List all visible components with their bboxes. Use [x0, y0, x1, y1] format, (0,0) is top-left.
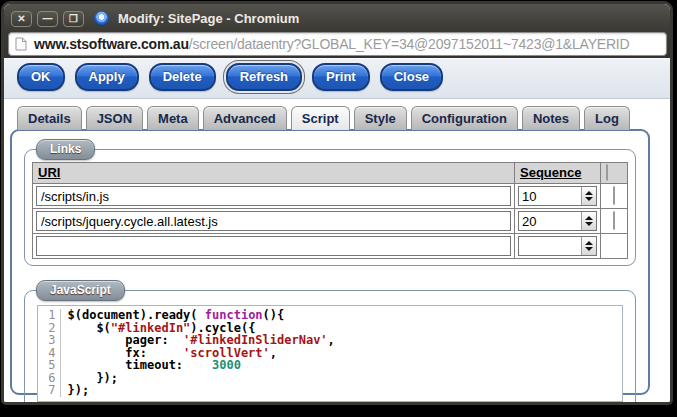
uri-input[interactable] [36, 211, 511, 231]
url-text: www.stsoftware.com.au/screen/dataentry?G… [34, 35, 629, 53]
javascript-legend: JavaScript [36, 280, 125, 301]
links-table-body [33, 184, 628, 259]
tab-style[interactable]: Style [354, 106, 407, 130]
url-host: www.stsoftware.com.au [34, 36, 189, 52]
uri-input[interactable] [36, 236, 511, 256]
code-editor[interactable]: 1$(document).ready( function(){2 $("#lin… [37, 305, 623, 402]
link-row-2 [33, 209, 628, 234]
code-line: 7}); [38, 384, 335, 397]
links-table: URI Sequence [32, 162, 628, 259]
code-text: }); [60, 372, 335, 385]
sequence-input[interactable] [519, 237, 581, 255]
window-title: Modify: SitePage - Chromium [118, 11, 299, 26]
links-legend: Links [36, 139, 95, 160]
close-window-icon[interactable]: ✕ [11, 11, 32, 27]
close-button[interactable]: Close [380, 63, 443, 91]
code-lines: 1$(document).ready( function(){2 $("#lin… [38, 309, 335, 397]
tab-script[interactable]: Script [291, 106, 350, 130]
javascript-fieldset: JavaScript 1$(document).ready( function(… [24, 290, 636, 405]
tab-json[interactable]: JSON [86, 106, 143, 130]
sequence-spinner [518, 236, 597, 256]
browser-chrome: ✕ — ❒ Modify: SitePage - Chromium www.st… [4, 4, 670, 58]
line-number: 3 [38, 334, 60, 347]
address-bar-row: www.stsoftware.com.au/screen/dataentry?G… [4, 31, 670, 58]
select-all-header-cell [601, 163, 628, 184]
url-path: /screen/dataentry?GLOBAL_KEY=34@20971520… [189, 36, 630, 52]
print-button[interactable]: Print [312, 63, 370, 91]
sequence-input[interactable] [519, 187, 581, 205]
sequence-input[interactable] [519, 212, 581, 230]
tab-log[interactable]: Log [584, 106, 630, 130]
uri-column-header: URI [33, 163, 515, 184]
refresh-button[interactable]: Refresh [226, 63, 302, 91]
chromium-icon [94, 11, 109, 26]
code-text: }); [60, 384, 335, 397]
browser-window: ✕ — ❒ Modify: SitePage - Chromium www.st… [1, 1, 673, 405]
page-content: DetailsJSONMetaAdvancedScriptStyleConfig… [4, 99, 670, 405]
link-row-1 [33, 184, 628, 209]
tab-advanced[interactable]: Advanced [203, 106, 287, 130]
spinner-arrows-icon[interactable] [581, 187, 596, 205]
sequence-column-header: Sequence [515, 163, 601, 184]
titlebar: ✕ — ❒ Modify: SitePage - Chromium [4, 4, 670, 31]
delete-button[interactable]: Delete [149, 63, 216, 91]
spinner-arrows-icon[interactable] [581, 237, 596, 255]
tab-meta[interactable]: Meta [147, 106, 199, 130]
tab-panel: Links URI Sequence [10, 129, 650, 395]
tab-details[interactable]: Details [17, 106, 82, 130]
line-number: 1 [38, 309, 60, 322]
apply-button[interactable]: Apply [75, 63, 139, 91]
action-toolbar: OKApplyDeleteRefreshPrintClose [4, 58, 670, 99]
link-row-3 [33, 234, 628, 259]
line-number: 7 [38, 384, 60, 397]
tab-notes[interactable]: Notes [522, 106, 580, 130]
ok-button[interactable]: OK [17, 63, 65, 91]
sequence-spinner [518, 211, 597, 231]
maximize-window-icon[interactable]: ❒ [63, 11, 84, 27]
code-table: 1$(document).ready( function(){2 $("#lin… [38, 309, 335, 397]
spinner-arrows-icon[interactable] [581, 212, 596, 230]
tab-configuration[interactable]: Configuration [411, 106, 518, 130]
links-header-row: URI Sequence [33, 163, 628, 184]
tab-bar: DetailsJSONMetaAdvancedScriptStyleConfig… [17, 106, 670, 130]
sequence-spinner [518, 186, 597, 206]
minimize-window-icon[interactable]: — [37, 11, 58, 27]
line-number: 5 [38, 359, 60, 372]
page-icon [15, 37, 27, 51]
uri-input[interactable] [36, 186, 511, 206]
links-fieldset: Links URI Sequence [24, 149, 636, 266]
select-all-checkbox[interactable] [606, 164, 608, 181]
row-checkbox[interactable] [613, 211, 615, 230]
address-bar[interactable]: www.stsoftware.com.au/screen/dataentry?G… [8, 32, 667, 56]
row-checkbox[interactable] [613, 186, 615, 205]
